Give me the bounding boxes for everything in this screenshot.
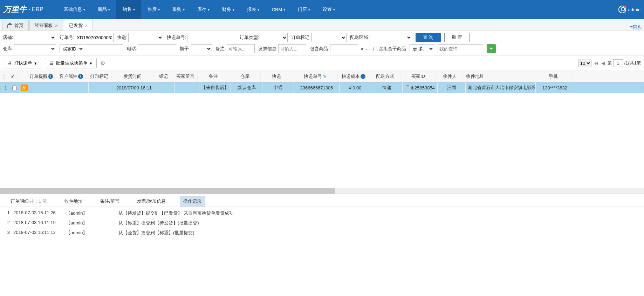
nav-基础信息[interactable]: 基础信息▾ — [57, 0, 91, 19]
detail-tab-订单明细[interactable]: 订单明细共：1 笔 — [7, 196, 50, 207]
nav-售后[interactable]: 售后▾ — [141, 0, 166, 19]
contain-more-icon[interactable]: ··· — [366, 46, 370, 52]
print-express-button[interactable]: 🖨打快递单▾ — [3, 58, 41, 68]
col-header[interactable]: 收件人 — [436, 71, 464, 82]
chevron-down-icon: ▾ — [233, 8, 234, 12]
buyer-id-input[interactable] — [85, 44, 123, 53]
express-select[interactable] — [128, 33, 163, 42]
col-header[interactable]: 备注 — [198, 71, 229, 82]
page-input[interactable] — [613, 59, 623, 67]
col-header[interactable]: 买家留言 — [173, 71, 198, 82]
action-toolbar: 🖨打快递单▾ ☰批量生成快递单▾ ⚙ 10 ⏮ ◀ 第 /1(共1笔 — [0, 56, 644, 71]
col-header[interactable] — [18, 71, 27, 82]
batch-gen-button[interactable]: ☰批量生成快递单▾ — [45, 58, 97, 68]
chevron-down-icon: ▾ — [308, 8, 310, 12]
user-name[interactable]: admin — [628, 7, 640, 12]
flag-select[interactable] — [191, 44, 212, 53]
order-flag-label: 订单标记: — [291, 34, 311, 41]
shop-select[interactable] — [14, 33, 56, 42]
gear-icon[interactable]: ⚙ — [100, 60, 105, 67]
col-header[interactable]: 手机 — [534, 71, 573, 82]
col-header[interactable]: 发货时间 — [111, 71, 153, 82]
warehouse-select[interactable] — [14, 44, 56, 53]
combine-label: 含组合子商品 — [379, 46, 406, 52]
row-address: 湖北省黄石市大冶市保安镇电影院 — [466, 82, 536, 93]
chevron-down-icon: ▾ — [158, 8, 160, 12]
contain-clear-icon[interactable]: ✕ — [359, 46, 365, 52]
nav-商品[interactable]: 商品▾ — [91, 0, 116, 19]
workspace-tabstrip: 首页经营看板×已发货× ≡同步 — [0, 19, 644, 31]
order-flag-select[interactable] — [311, 33, 347, 42]
col-header[interactable]: 打印标记 — [87, 71, 111, 82]
nav-库存[interactable]: 库存▾ — [191, 0, 216, 19]
col-header[interactable]: 快递单号✎ — [292, 71, 338, 82]
col-header[interactable]: 客户属性i — [55, 71, 87, 82]
close-icon[interactable]: × — [85, 23, 88, 28]
row-checkbox[interactable] — [12, 86, 17, 90]
col-header[interactable]: 仓库 — [229, 71, 261, 82]
nav-门店[interactable]: 门店▾ — [292, 0, 316, 19]
phone-label: 电话: — [127, 46, 137, 52]
express-label: 快递: — [117, 34, 128, 41]
first-page-icon[interactable]: ⏮ — [593, 60, 599, 66]
region-select[interactable] — [370, 33, 412, 42]
nav-财务[interactable]: 财务▾ — [216, 0, 241, 19]
user-avatar-icon[interactable] — [618, 6, 626, 13]
row-express-no: 3366666671306 — [294, 82, 340, 93]
col-header[interactable]: 标记 — [153, 71, 173, 82]
myquery-input[interactable] — [438, 44, 483, 53]
row-buyer: tb25853854 — [403, 82, 438, 93]
tab-首页[interactable]: 首页 — [2, 20, 29, 31]
col-header[interactable]: 订单提醒i — [27, 71, 55, 82]
remark-input[interactable] — [227, 44, 255, 53]
detail-panel: 订单明细共：1 笔收件地址备注/留言发票/附加信息操作记录 12018-07-0… — [0, 194, 644, 239]
edit-icon[interactable]: ✎ — [323, 74, 326, 79]
reset-button[interactable]: 重 置 — [444, 33, 470, 42]
detail-tab-收件地址[interactable]: 收件地址 — [61, 196, 86, 207]
contain-label: 包含商品: — [310, 46, 329, 52]
add-query-button[interactable]: + — [487, 44, 496, 53]
nav-销售[interactable]: 销售▾ — [116, 0, 141, 19]
more-select[interactable]: 更 多... — [410, 44, 434, 53]
close-icon[interactable]: × — [55, 23, 58, 28]
col-header[interactable]: ✔ — [8, 71, 18, 82]
buyer-id-sel[interactable]: 买家ID — [60, 44, 84, 53]
detail-tab-备注/留言[interactable]: 备注/留言 — [97, 196, 123, 207]
detail-tab-操作记录[interactable]: 操作记录 — [180, 196, 205, 207]
detail-tab-发票/附加信息[interactable]: 发票/附加信息 — [133, 196, 169, 207]
invoice-input[interactable] — [278, 44, 306, 53]
express-no-label: 快递单号: — [167, 34, 186, 41]
log-row: 12018-07-03 16:11:26【admin】从【待发货】提交到【已发货… — [3, 208, 641, 218]
col-header[interactable]: 配送方式 — [369, 71, 401, 82]
sync-link[interactable]: ≡同步 — [628, 24, 644, 31]
col-header[interactable]: 快递成本i — [338, 71, 369, 82]
phone-input[interactable] — [138, 44, 176, 53]
chevron-down-icon: ▾ — [208, 8, 210, 12]
combine-checkbox[interactable] — [374, 47, 378, 51]
warehouse-label: 仓库: — [3, 46, 13, 52]
grid-header: ⋮✔订单提醒i客户属性i打印标记发货时间标记买家留言备注仓库快递快递单号✎快递成… — [0, 71, 644, 82]
row-cost: ¥ 0.00 — [340, 82, 371, 93]
nav-报表[interactable]: 报表▾ — [241, 0, 266, 19]
order-no-input[interactable] — [75, 33, 114, 42]
col-header[interactable]: 买家ID — [401, 71, 436, 82]
brand-sub: · ERP — [29, 6, 43, 13]
query-button[interactable]: 查 询 — [416, 33, 441, 42]
tab-已发货[interactable]: 已发货× — [64, 20, 93, 31]
col-header[interactable]: 收件地址 — [464, 71, 534, 82]
nav-设置[interactable]: 设置▾ — [316, 0, 341, 19]
prev-page-icon[interactable]: ◀ — [601, 60, 606, 66]
nav-CRM[interactable]: CRM▾ — [266, 0, 292, 19]
info-icon: i — [48, 74, 53, 79]
page-size-select[interactable]: 10 — [578, 59, 591, 67]
nav-采购[interactable]: 采购▾ — [166, 0, 191, 19]
order-type-select[interactable] — [260, 33, 288, 42]
table-row[interactable]: 1 发 2018/07/03 16:11 【来自售后】 默认仓库 申通 3366… — [0, 82, 644, 93]
contain-input[interactable] — [330, 44, 358, 53]
log-row: 32018-07-03 16:11:12【admin】从【验货】提交到【称重】(… — [3, 228, 641, 238]
col-header[interactable]: ⋮ — [0, 71, 8, 82]
h-scrollbar[interactable] — [0, 188, 644, 194]
express-no-input[interactable] — [187, 33, 236, 42]
tab-经营看板[interactable]: 经营看板× — [29, 20, 63, 31]
col-header[interactable]: 快递 — [261, 71, 292, 82]
